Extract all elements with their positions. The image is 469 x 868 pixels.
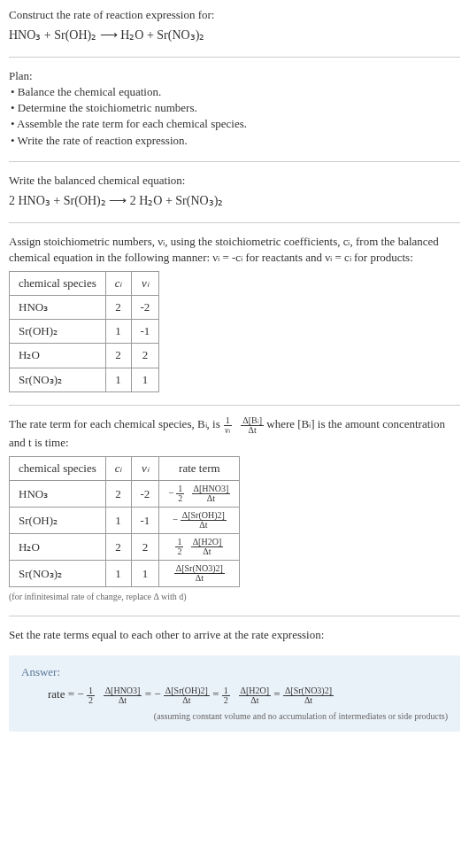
col-ci: cᵢ — [105, 271, 131, 295]
table-row: HNO₃ 2 -2 — [10, 296, 159, 320]
intro-equation: HNO₃ + Sr(OH)₂ ⟶ H₂O + Sr(NO₃)₂ — [9, 27, 460, 44]
plan-item: • Assemble the rate term for each chemic… — [11, 116, 460, 132]
intro-text: Construct the rate of reaction expressio… — [9, 7, 460, 23]
plan-item: • Write the rate of reaction expression. — [11, 133, 460, 149]
stoich-table: chemical species cᵢ νᵢ HNO₃ 2 -2 Sr(OH)₂… — [9, 271, 159, 392]
setequal-text: Set the rate terms equal to each other t… — [9, 627, 460, 643]
divider — [9, 616, 460, 616]
cell-c: 2 — [105, 296, 131, 320]
cell-c: 1 — [105, 561, 131, 587]
rateterm-pre: The rate term for each chemical species,… — [9, 417, 223, 430]
cell-c: 2 — [105, 481, 131, 508]
frac-delta: Δ[Sr(NO3)2]Δt — [174, 564, 225, 583]
cell-c: 1 — [105, 320, 131, 344]
answer-note: (assuming constant volume and no accumul… — [21, 710, 448, 723]
col-rate: rate term — [159, 457, 240, 481]
cell-c: 2 — [105, 534, 131, 561]
cell-v: 1 — [131, 561, 159, 587]
frac-delta: Δ[HNO3]Δt — [192, 484, 231, 503]
assign-section: Assign stoichiometric numbers, νᵢ, using… — [9, 234, 460, 392]
frac-delta: Δ[H2O]Δt — [191, 538, 224, 556]
cell-c: 2 — [105, 344, 131, 368]
table-row: HNO₃ 2 -2 − 12 Δ[HNO3]Δt — [10, 481, 240, 508]
col-vi: νᵢ — [131, 271, 159, 295]
rate-table: chemical species cᵢ νᵢ rate term HNO₃ 2 … — [9, 456, 240, 587]
frac-half: 12 — [175, 538, 183, 556]
answer-box: Answer: rate = − 12 Δ[HNO3]Δt = − Δ[Sr(O… — [9, 655, 460, 731]
cell-species: HNO₃ — [10, 296, 106, 320]
plan-item: • Balance the chemical equation. — [11, 84, 460, 100]
table-header-row: chemical species cᵢ νᵢ rate term — [10, 457, 240, 481]
frac-delta: Δ[H2O]Δt — [239, 686, 272, 705]
cell-species: HNO₃ — [10, 481, 106, 508]
frac-delta: Δ[Sr(OH)2]Δt — [164, 686, 210, 705]
table-row: H₂O 2 2 — [10, 344, 159, 368]
cell-species: H₂O — [10, 344, 106, 368]
col-species: chemical species — [10, 271, 106, 295]
cell-rate: 12 Δ[H2O]Δt — [159, 534, 240, 561]
cell-rate: − 12 Δ[HNO3]Δt — [159, 481, 240, 508]
plan-section: Plan: • Balance the chemical equation. •… — [9, 68, 460, 149]
cell-c: 1 — [105, 368, 131, 391]
cell-v: -1 — [131, 508, 159, 534]
cell-rate: Δ[Sr(NO3)2]Δt — [159, 561, 240, 587]
assign-text: Assign stoichiometric numbers, νᵢ, using… — [9, 234, 460, 266]
cell-v: 2 — [131, 534, 159, 561]
divider — [9, 222, 460, 223]
cell-species: Sr(OH)₂ — [10, 508, 106, 534]
frac-dbi-dt: Δ[Bᵢ] Δt — [241, 416, 264, 435]
cell-v: 2 — [131, 344, 159, 368]
col-vi: νᵢ — [131, 457, 159, 481]
col-species: chemical species — [10, 457, 106, 481]
cell-rate: − Δ[Sr(OH)2]Δt — [159, 508, 240, 534]
cell-v: -1 — [131, 320, 159, 344]
divider — [9, 161, 460, 162]
frac-delta: Δ[Sr(NO3)2]Δt — [283, 686, 334, 705]
rateterm-section: The rate term for each chemical species,… — [9, 416, 460, 603]
table-header-row: chemical species cᵢ νᵢ — [10, 271, 159, 295]
frac-one-over-nu: 1 νᵢ — [223, 416, 232, 435]
intro-section: Construct the rate of reaction expressio… — [9, 7, 460, 44]
divider — [9, 57, 460, 58]
table-row: Sr(NO₃)₂ 1 1 — [10, 368, 159, 391]
divider — [9, 405, 460, 406]
answer-equation: rate = − 12 Δ[HNO3]Δt = − Δ[Sr(OH)2]Δt =… — [48, 686, 448, 705]
cell-v: -2 — [131, 296, 159, 320]
balanced-equation: 2 HNO₃ + Sr(OH)₂ ⟶ 2 H₂O + Sr(NO₃)₂ — [9, 192, 460, 210]
table-row: H₂O 2 2 12 Δ[H2O]Δt — [10, 534, 240, 561]
cell-species: Sr(NO₃)₂ — [10, 561, 106, 587]
plan-item: • Determine the stoichiometric numbers. — [11, 100, 460, 116]
frac-delta: Δ[HNO3]Δt — [104, 686, 142, 705]
infinitesimal-note: (for infinitesimal rate of change, repla… — [9, 591, 460, 603]
cell-species: H₂O — [10, 534, 106, 561]
cell-v: 1 — [131, 368, 159, 391]
frac-delta: Δ[Sr(OH)2]Δt — [181, 511, 227, 530]
col-ci: cᵢ — [105, 457, 131, 481]
table-row: Sr(NO₃)₂ 1 1 Δ[Sr(NO3)2]Δt — [10, 561, 240, 587]
plan-title: Plan: — [9, 68, 460, 84]
frac-half: 12 — [222, 686, 230, 705]
cell-c: 1 — [105, 508, 131, 534]
setequal-section: Set the rate terms equal to each other t… — [9, 627, 460, 643]
frac-half: 12 — [176, 484, 184, 503]
frac-half: 12 — [87, 686, 95, 705]
balanced-section: Write the balanced chemical equation: 2 … — [9, 173, 460, 210]
answer-label: Answer: — [21, 664, 448, 680]
table-row: Sr(OH)₂ 1 -1 − Δ[Sr(OH)2]Δt — [10, 508, 240, 534]
cell-v: -2 — [131, 481, 159, 508]
cell-species: Sr(NO₃)₂ — [10, 368, 106, 391]
cell-species: Sr(OH)₂ — [10, 320, 106, 344]
balanced-title: Write the balanced chemical equation: — [9, 173, 460, 189]
table-row: Sr(OH)₂ 1 -1 — [10, 320, 159, 344]
